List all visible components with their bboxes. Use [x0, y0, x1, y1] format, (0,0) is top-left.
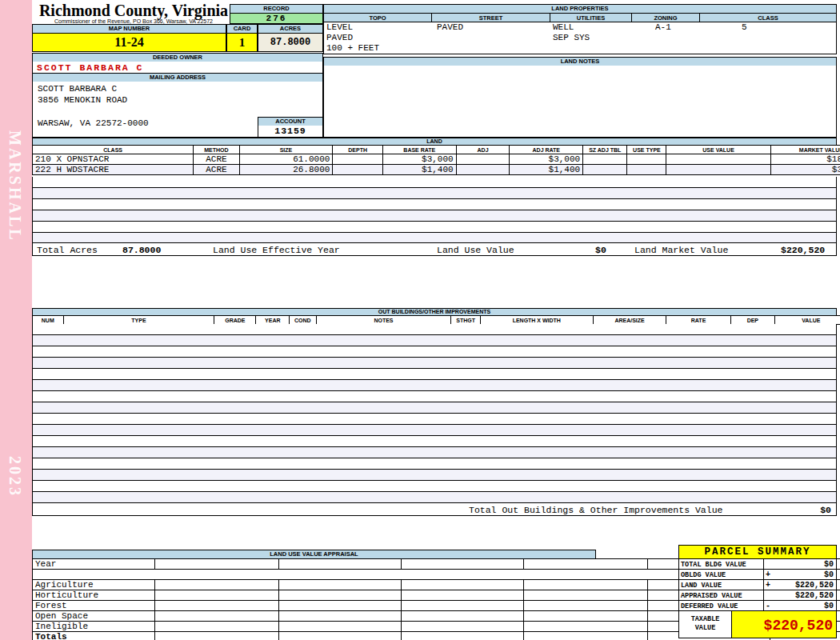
ob-col-rate: RATE: [666, 316, 730, 325]
land-method-cell: ACRE: [194, 165, 239, 175]
ob-total-label: Total Out Buildings & Other Improvements…: [469, 505, 722, 515]
land-col-sz-adj-tbl: SZ ADJ TBL: [583, 146, 627, 154]
address-line: WARSAW, VA 22572-0000: [38, 118, 149, 128]
utilities-value: WELL: [553, 22, 574, 32]
lua-label: Horticulture: [33, 590, 155, 601]
land-col-depth: DEPTH: [333, 146, 383, 154]
ob-col-grade: GRADE: [214, 316, 256, 325]
land-row: 222 H WDSTACRE ACRE 26.8000 $1,400 $1,40…: [33, 165, 840, 175]
deeded-owner-value: SCOTT BARBARA C: [32, 62, 323, 74]
topo-value: LEVEL: [326, 22, 353, 32]
ob-col-notes: NOTES: [316, 316, 451, 325]
summary-operator: +: [766, 570, 770, 579]
land-market-value-cell: $37,520: [770, 165, 840, 175]
col-zoning: ZONING: [632, 13, 700, 22]
ob-col-year: YEAR: [256, 316, 290, 325]
out-buildings-empty-rows: [32, 324, 837, 502]
land-col-method: METHOD: [194, 146, 239, 154]
summary-label: OBLDG VALUE: [678, 570, 764, 580]
acres-value: 87.8000: [258, 33, 323, 52]
land-market-value-label: Land Market Value: [634, 245, 728, 255]
land-market-value-cell: $183,000: [770, 154, 840, 165]
land-adj-cell: [456, 165, 510, 175]
address-line: SCOTT BARBARA C: [38, 84, 117, 94]
zoning-value: A-1: [655, 22, 671, 32]
land-sz-adj-cell: [583, 154, 627, 165]
summary-operator: +: [766, 581, 770, 590]
total-acres-value: 87.8000: [122, 245, 161, 255]
summary-row-land-value: LAND VALUE +$220,520: [678, 580, 837, 590]
ob-col-cond: COND: [290, 316, 316, 325]
land-size-cell: 61.0000: [239, 154, 333, 165]
summary-row-appraised: APPRAISED VALUE $220,520: [678, 590, 837, 601]
out-buildings-header-row: NUM TYPE GRADE YEAR COND NOTES STHGT LEN…: [33, 316, 840, 325]
col-topo: TOPO: [323, 13, 432, 22]
page-subtitle: Commissioner of the Revenue, PO Box 366,…: [35, 18, 232, 24]
ob-col-value: VALUE: [774, 316, 840, 325]
land-row: 210 X OPNSTACR ACRE 61.0000 $3,000 $3,00…: [33, 154, 840, 165]
lua-label: Agriculture: [33, 580, 155, 590]
topo-value: PAVED: [326, 33, 353, 42]
summary-row-obldg: OBLDG VALUE +$0: [678, 570, 837, 580]
land-adj-rate-cell: $3,000: [510, 154, 583, 165]
land-header-row: CLASS METHOD SIZE DEPTH BASE RATE ADJ AD…: [33, 146, 840, 154]
lua-label: Totals: [33, 632, 155, 640]
map-number-value: 11-24: [32, 33, 226, 52]
taxable-value: $220,520: [732, 611, 837, 638]
total-acres-label: Total Acres: [37, 245, 98, 255]
summary-row-taxable: TAXABLE VALUE $220,520: [678, 611, 837, 638]
record-number: 276: [230, 13, 323, 24]
lua-label: Ineligible: [33, 622, 155, 632]
land-use-type-cell: [627, 165, 666, 175]
land-col-base-rate: BASE RATE: [382, 146, 456, 154]
summary-operator: -: [766, 602, 770, 610]
address-line: 3856 MENOKIN ROAD: [38, 95, 127, 105]
ob-col-length-width: LENGTH X WIDTH: [480, 316, 593, 325]
street-value: PAVED: [437, 22, 463, 32]
lua-label: Open Space: [33, 611, 155, 622]
land-depth-cell: [333, 165, 383, 175]
land-size-cell: 26.8000: [239, 165, 333, 175]
land-method-cell: ACRE: [194, 154, 239, 165]
land-table: CLASS METHOD SIZE DEPTH BASE RATE ADJ AD…: [32, 145, 840, 175]
land-sz-adj-cell: [583, 165, 627, 175]
ob-col-sthgt: STHGT: [451, 316, 480, 325]
land-totals-bar: Total Acres 87.8000 Land Use Effective Y…: [32, 242, 837, 256]
land-adj-rate-cell: $1,400: [510, 165, 583, 175]
account-number: 13159: [258, 126, 323, 138]
tax-year-vertical-label: 2023: [6, 456, 24, 498]
land-col-use-value: USE VALUE: [666, 146, 770, 154]
land-use-value: $0: [595, 245, 606, 255]
effective-year-label: Land Use Effective Year: [213, 245, 340, 255]
col-street: STREET: [432, 13, 550, 22]
land-base-rate-cell: $3,000: [382, 154, 456, 165]
land-col-adj-rate: ADJ RATE: [510, 146, 583, 154]
col-class: CLASS: [700, 13, 837, 22]
parcel-summary-title: PARCEL SUMMARY: [678, 545, 837, 559]
land-properties-values: LEVEL PAVED 100 + FEET PAVED WELL SEP SY…: [323, 22, 837, 54]
ob-col-dep: DEP: [730, 316, 774, 325]
summary-row-deferred: DEFERRED VALUE -$0: [678, 601, 837, 611]
page-title: Richmond County, Virginia: [38, 2, 229, 20]
lua-label: Year: [33, 559, 155, 570]
summary-label: TOTAL BLDG VALUE: [678, 559, 764, 570]
summary-value: $0: [824, 602, 834, 610]
taxable-label: TAXABLE VALUE: [678, 611, 732, 638]
summary-value: $220,520: [795, 581, 834, 590]
vendor-vertical-label: MARSHALL: [6, 130, 24, 242]
land-use-value-cell: [666, 165, 770, 175]
ob-total-value: $0: [820, 505, 831, 515]
utilities-value: SEP SYS: [553, 33, 590, 42]
summary-value: $0: [824, 560, 834, 569]
out-buildings-total-bar: Total Out Buildings & Other Improvements…: [32, 502, 837, 516]
land-col-class: CLASS: [33, 146, 194, 154]
lua-label: Forest: [33, 601, 155, 611]
class-value: 5: [742, 22, 747, 32]
binder-strip: MARSHALL 2023: [0, 0, 32, 640]
ob-col-area-size: AREA/SIZE: [593, 316, 666, 325]
property-record-card: MARSHALL 2023 Richmond County, Virginia …: [0, 0, 840, 640]
land-market-value: $220,520: [781, 245, 825, 255]
land-base-rate-cell: $1,400: [382, 165, 456, 175]
summary-label: LAND VALUE: [678, 580, 764, 590]
card-value: 1: [226, 33, 258, 52]
